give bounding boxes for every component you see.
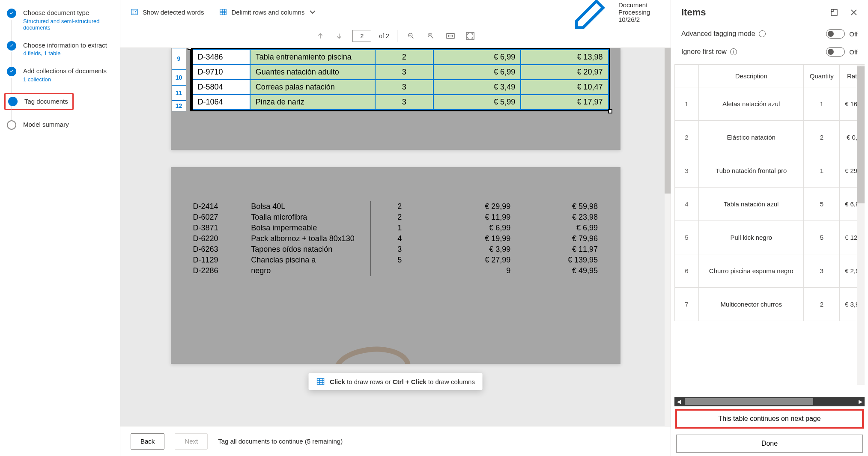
row-marker[interactable]: 9: [172, 48, 186, 70]
document-page-2: D-2414 Bolsa 40L 2 € 29,99 € 59,98 D-602…: [171, 167, 620, 364]
step-title: Choose document type: [23, 9, 113, 17]
draw-hint-tooltip: Click to draw rows or Ctrl + Click to dr…: [308, 373, 483, 390]
table-row: D-1129 Chanclas piscina a 5 € 27,99 € 13…: [188, 255, 603, 265]
page-down-button[interactable]: [334, 30, 345, 42]
page-number-input[interactable]: [352, 30, 371, 42]
footer-message: Tag all documents to continue (5 remaini…: [218, 438, 343, 445]
page-up-button[interactable]: [315, 30, 326, 42]
show-detected-words-button[interactable]: Show detected words: [131, 8, 204, 16]
row-marker[interactable]: 10: [172, 70, 186, 85]
show-words-label: Show detected words: [143, 9, 204, 16]
table-row: D-6263 Tapones oídos natación 3 € 3,99 €…: [188, 244, 603, 255]
doc-name-label: Document Processing 10/26/2: [618, 1, 660, 23]
grid-row[interactable]: 6Churro piscina espuma negro3€ 2,9: [675, 254, 865, 288]
grid-vertical-scrollbar[interactable]: ▲: [857, 65, 865, 385]
table-row: D-6027 Toalla microfibra 2 € 11,99 € 23,…: [188, 212, 603, 223]
step-subtitle: Structured and semi-structured documents: [23, 18, 113, 31]
table-icon: [316, 377, 325, 386]
step-subtitle: 4 fields, 1 table: [23, 50, 107, 57]
coffee-stain-decoration: [331, 343, 412, 364]
fit-page-button[interactable]: [464, 30, 476, 42]
advanced-mode-label: Advanced tagging mode: [681, 30, 755, 38]
table-row[interactable]: D-5804 Correas palas natación 3 € 3,49 €…: [192, 80, 608, 95]
svg-rect-5: [466, 33, 474, 39]
table-continues-button[interactable]: This table continues on next page: [676, 410, 863, 428]
step-subtitle: 1 collection: [23, 76, 107, 83]
delimit-label: Delimit rows and columns: [231, 9, 304, 16]
grid-row[interactable]: 3Tubo natación frontal pro1€ 29,: [675, 154, 865, 188]
info-icon[interactable]: i: [730, 48, 737, 55]
table-row: D-3871 Bolsa impermeable 1 € 6,99 € 6,99: [188, 223, 603, 233]
ignore-first-row-label: Ignore first row: [681, 48, 727, 56]
document-page-1: D-3486 Tabla entrenamiento piscina 2 € 6…: [171, 48, 620, 150]
grid-header[interactable]: Description: [699, 65, 804, 87]
svg-rect-0: [131, 9, 137, 15]
step-model-summary[interactable]: Model summary: [7, 120, 113, 140]
step-title: Choose information to extract: [23, 41, 107, 50]
step-collections[interactable]: Add collections of documents 1 collectio…: [7, 67, 113, 93]
svg-rect-6: [317, 379, 324, 384]
row-marker[interactable]: 12: [172, 101, 186, 111]
table-row[interactable]: D-9710 Guantes natación adulto 3 € 6,99 …: [192, 65, 608, 80]
table-row[interactable]: D-3486 Tabla entrenamiento piscina 2 € 6…: [192, 50, 608, 65]
check-icon: [7, 9, 16, 18]
check-icon: [7, 41, 16, 51]
close-icon[interactable]: [850, 9, 858, 16]
grid-header[interactable]: [675, 65, 699, 87]
table-row: D-6220 Pack albornoz + toalla 80x130 4 €…: [188, 233, 603, 244]
check-icon: [7, 67, 16, 76]
zoom-out-button[interactable]: [405, 30, 417, 42]
grid-row[interactable]: 4Tabla natación azul5€ 6,9: [675, 188, 865, 221]
table-row: D-2414 Bolsa 40L 2 € 29,99 € 59,98: [188, 201, 603, 212]
grid-row[interactable]: 5Pull kick negro5€ 12,: [675, 221, 865, 254]
info-icon[interactable]: i: [759, 30, 766, 37]
back-button[interactable]: Back: [131, 433, 164, 450]
step-title: Tag documents: [24, 97, 68, 106]
selection-handle-tl[interactable]: [188, 48, 192, 50]
expand-icon[interactable]: [830, 9, 838, 16]
chevron-down-icon: [309, 8, 316, 16]
grid-row[interactable]: 1Aletas natación azul1€ 16,: [675, 87, 865, 121]
items-panel: Items Advanced tagging modei Off Ignore …: [671, 0, 868, 456]
row-marker[interactable]: 11: [172, 85, 186, 101]
selection-handle-br[interactable]: [608, 109, 612, 113]
zoom-in-button[interactable]: [425, 30, 437, 42]
panel-title: Items: [681, 7, 706, 18]
grid-header[interactable]: Quantity: [804, 65, 840, 87]
table-row[interactable]: D-1064 Pinza de nariz 3 € 5,99 € 17,97: [192, 95, 608, 110]
page-navigator: of 2: [120, 24, 671, 48]
table-row: D-2286 negro 9 € 49,95: [188, 265, 603, 276]
wizard-nav: Choose document type Structured and semi…: [0, 0, 120, 456]
toggle-state: Off: [849, 48, 858, 56]
pending-step-icon: [7, 120, 16, 130]
items-grid-wrapper: DescriptionQuantityRat 1Aletas natación …: [674, 64, 865, 397]
grid-row[interactable]: 7Multiconector churros2€ 3,9: [675, 288, 865, 321]
hint-click: Click: [330, 378, 345, 385]
step-document-type[interactable]: Choose document type Structured and semi…: [7, 9, 113, 41]
page-of-label: of 2: [379, 33, 389, 39]
toggle-state: Off: [849, 30, 858, 38]
svg-rect-1: [220, 9, 226, 15]
svg-rect-7: [831, 9, 837, 15]
step-title: Add collections of documents: [23, 67, 107, 75]
footer-bar: Back Next Tag all documents to continue …: [120, 426, 671, 456]
step-title: Model summary: [23, 120, 69, 129]
next-button: Next: [175, 433, 208, 450]
hint-ctrl: Ctrl + Click: [393, 378, 427, 385]
done-button[interactable]: Done: [676, 435, 863, 453]
fit-width-button[interactable]: [444, 30, 456, 42]
grid-row[interactable]: 2Elástico natación2€ 0,: [675, 121, 865, 154]
viewer-scrollbar[interactable]: [665, 48, 671, 426]
advanced-mode-toggle[interactable]: [826, 29, 845, 39]
document-workspace: Show detected words Delimit rows and col…: [120, 0, 671, 456]
ignore-first-row-toggle[interactable]: [826, 47, 845, 57]
current-step-icon: [8, 97, 18, 106]
step-info-extract[interactable]: Choose information to extract 4 fields, …: [7, 41, 113, 67]
grid-horizontal-scrollbar[interactable]: ◀▶: [674, 397, 865, 406]
step-tag-documents[interactable]: Tag documents: [7, 93, 113, 120]
delimit-rows-columns-button[interactable]: Delimit rows and columns: [219, 8, 316, 16]
document-viewer[interactable]: D-3486 Tabla entrenamiento piscina 2 € 6…: [120, 48, 671, 426]
toolbar: Show detected words Delimit rows and col…: [120, 0, 671, 24]
